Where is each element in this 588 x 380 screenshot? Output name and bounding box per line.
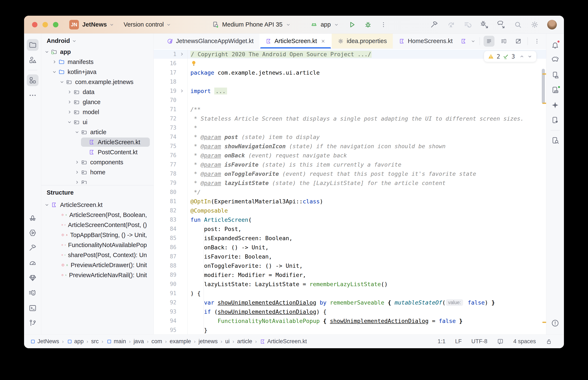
tree-item-app[interactable]: app: [41, 47, 154, 57]
inspections-status-icon[interactable]: [497, 338, 504, 345]
expand-chevron-icon[interactable]: [59, 79, 65, 85]
tree-item-glance[interactable]: glance: [41, 97, 154, 107]
code-line-75[interactable]: 75 * @param showNavigationIcon (state) i…: [154, 141, 546, 151]
code-line-92[interactable]: 92 var showUnimplementedActionDialog by …: [154, 298, 546, 307]
inspections-widget[interactable]: 2 3: [484, 51, 537, 62]
code-line-77[interactable]: 77 * @param isFavorite (state) is this i…: [154, 160, 546, 169]
code-line-90[interactable]: 90 lazyListState: LazyListState = rememb…: [154, 280, 546, 289]
warning-stripe-mark[interactable]: [542, 73, 546, 75]
minimize-window-button[interactable]: [42, 22, 48, 27]
more-actions-kebab-icon[interactable]: [380, 21, 387, 28]
structure-item-sharePost(Post, Context): Un[interactable]: sharePost(Post, Context): Un: [41, 250, 154, 260]
tool-button-profiler[interactable]: [27, 257, 39, 269]
structure-root[interactable]: ArticleScreen.kt: [41, 200, 154, 210]
collapse-chevron-icon[interactable]: [74, 159, 80, 165]
code-line-88[interactable]: 88 onToggleFavorite: () -> Unit,: [154, 261, 546, 270]
search-everywhere-icon[interactable]: [514, 20, 522, 29]
tool-button-bell[interactable]: [549, 39, 561, 51]
tree-item-model[interactable]: model: [41, 107, 154, 117]
warning-stripe-mark[interactable]: [542, 103, 546, 104]
caret-position[interactable]: 1:1: [438, 338, 446, 345]
tool-button-phonegreen[interactable]: [549, 84, 561, 96]
tool-button-hammer[interactable]: [27, 242, 39, 254]
user-avatar[interactable]: [547, 20, 557, 29]
code-line-73[interactable]: 73 *: [154, 123, 546, 132]
structure-item-TopAppBar(String, () -> Unit,[interactable]: TopAppBar(String, () -> Unit,: [41, 230, 154, 240]
apply-changes-icon[interactable]: [447, 20, 455, 29]
tool-button-more[interactable]: [27, 90, 39, 101]
run-button[interactable]: [348, 21, 356, 28]
code-line-18[interactable]: 18: [154, 77, 546, 86]
collapse-chevron-icon[interactable]: [67, 109, 72, 115]
tab-JetnewsGlanceAppWidget.kt[interactable]: JetnewsGlanceAppWidget.kt: [161, 34, 260, 49]
next-problem-chevron-icon[interactable]: [527, 54, 532, 59]
code-line-87[interactable]: 87 isFavorite: Boolean,: [154, 252, 546, 261]
collapse-chevron-icon[interactable]: [74, 170, 80, 175]
debug-button[interactable]: [364, 21, 372, 28]
tool-button-problems[interactable]: [549, 317, 561, 329]
tool-button-logcat[interactable]: [27, 287, 39, 299]
tool-button-inspectgem[interactable]: [27, 272, 39, 284]
code-line-79[interactable]: 79 * @param lazyListState (state) the [L…: [154, 178, 546, 188]
expand-chevron-icon[interactable]: [44, 49, 50, 55]
breadcrumb-example[interactable]: example: [170, 338, 191, 345]
tab-HomeScreens.kt[interactable]: HomeScreens.kt: [393, 34, 459, 49]
code-line-83[interactable]: 83fun ArticleScreen(: [154, 215, 546, 224]
tree-item-kotlin+java[interactable]: kotlin+java: [41, 67, 154, 77]
tool-button-phonelink[interactable]: [549, 114, 561, 126]
tool-button-phoneandroid[interactable]: [549, 69, 561, 81]
hidden-tabs-chevron-icon[interactable]: [470, 38, 476, 44]
tool-button-sparkle[interactable]: [549, 99, 561, 111]
tab-idea.properties[interactable]: idea.properties: [332, 34, 393, 49]
collapse-chevron-icon[interactable]: [52, 59, 57, 65]
structure-item-PreviewArticleDrawer(): Unit[interactable]: PreviewArticleDrawer(): Unit: [41, 260, 154, 270]
code-line-86[interactable]: 86 onBack: () -> Unit,: [154, 243, 546, 252]
prev-problem-chevron-icon[interactable]: [519, 54, 525, 59]
collapse-chevron-icon[interactable]: [67, 89, 72, 95]
code-line-17[interactable]: 17package com.example.jetnews.ui.article: [154, 68, 546, 77]
file-encoding[interactable]: UTF-8: [471, 338, 487, 345]
build-hammer-icon[interactable]: [430, 20, 438, 29]
code-line-19[interactable]: 19import ...: [154, 86, 546, 95]
code-line-81[interactable]: 81@OptIn(ExperimentalMaterial3Api::class…: [154, 197, 546, 206]
code-line-70[interactable]: 70: [154, 95, 546, 105]
tool-button-phonesearch[interactable]: [549, 135, 561, 146]
structure-item-FunctionalityNotAvailablePop[interactable]: FunctionalityNotAvailablePop: [41, 240, 154, 250]
tree-item-article[interactable]: article: [41, 127, 154, 137]
code-editor[interactable]: 1/ Copyright 2020 The Android Open Sourc…: [154, 49, 546, 334]
code-line-72[interactable]: 72 * Stateless Article Screen that displ…: [154, 114, 546, 123]
expand-chevron-icon[interactable]: [52, 69, 57, 75]
device-selector[interactable]: Medium Phone API 35: [212, 21, 291, 28]
tree-item-ArticleScreen.kt[interactable]: ArticleScreen.kt: [41, 137, 154, 147]
breadcrumb-article[interactable]: article: [237, 338, 252, 345]
breadcrumb-ui[interactable]: ui: [225, 338, 230, 345]
gradle-sync-icon[interactable]: [497, 20, 505, 29]
code-line-94[interactable]: 94 FunctionalityNotAvailablePopup { show…: [154, 316, 546, 325]
code-line-71[interactable]: 71/**: [154, 105, 546, 114]
fold-region-icon[interactable]: [179, 51, 184, 57]
project-panel-header[interactable]: Android: [41, 34, 154, 47]
tab-options-button[interactable]: [531, 36, 542, 47]
warning-stripe-mark[interactable]: [542, 322, 546, 323]
collapse-chevron-icon[interactable]: [67, 99, 72, 105]
structure-item-PreviewArticleNavRail(): Unit[interactable]: PreviewArticleNavRail(): Unit: [41, 270, 154, 280]
fold-region-icon[interactable]: [179, 88, 184, 94]
code-line-91[interactable]: 91) {: [154, 289, 546, 298]
breadcrumb-ArticleScreen.kt[interactable]: ArticleScreen.kt: [260, 338, 307, 345]
tab-ArticleScreen.kt[interactable]: ArticleScreen.kt: [260, 34, 332, 49]
line-ending[interactable]: LF: [455, 338, 462, 345]
structure-item-ArticleScreen(Post, Boolean,[interactable]: ArticleScreen(Post, Boolean,: [41, 210, 154, 220]
preview-button[interactable]: [513, 36, 524, 47]
code-line-95[interactable]: 95 }: [154, 325, 546, 334]
code-line-84[interactable]: 84 post: Post,: [154, 224, 546, 233]
tool-button-runhex[interactable]: [27, 227, 39, 239]
breadcrumb-com[interactable]: com: [151, 338, 162, 345]
tree-item-data[interactable]: data: [41, 87, 154, 97]
tool-button-resources[interactable]: [27, 54, 39, 66]
breadcrumb-java[interactable]: java: [134, 338, 144, 345]
tree-item-clipped[interactable]: [41, 177, 154, 184]
tree-item-home[interactable]: home: [41, 167, 154, 177]
project-menu[interactable]: JetNews: [82, 21, 114, 28]
code-line-78[interactable]: 78 * @param onToggleFavorite (event) req…: [154, 169, 546, 178]
code-line-76[interactable]: 76 * @param onBack (event) request navig…: [154, 151, 546, 160]
